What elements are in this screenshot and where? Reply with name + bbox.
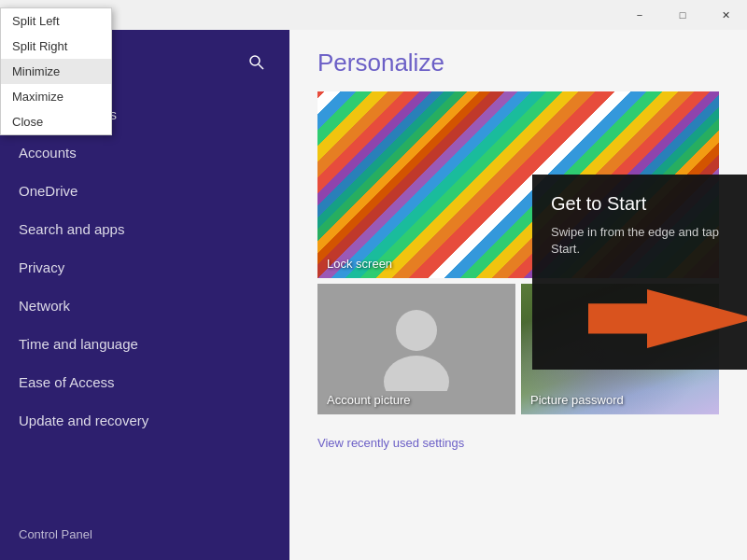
get-to-start-tooltip: Get to Start Swipe in from the edge and … — [532, 175, 747, 370]
sidebar-nav: PC and devices Accounts OneDrive Search … — [0, 95, 289, 440]
context-menu-maximize[interactable]: Maximize — [1, 84, 111, 109]
page-title: Personalize — [317, 49, 719, 77]
context-menu: Split Left Split Right Minimize Maximize… — [0, 7, 112, 135]
main-content: Personalize Lock screen Account picture … — [289, 30, 747, 560]
context-menu-split-left[interactable]: Split Left — [1, 8, 111, 34]
sidebar-item-time-language[interactable]: Time and language — [0, 325, 289, 363]
control-panel-link[interactable]: Control Panel — [19, 527, 92, 541]
view-recently-used-link[interactable]: View recently used settings — [289, 422, 747, 464]
svg-line-5 — [259, 64, 263, 69]
sidebar-item-ease-access[interactable]: Ease of Access — [0, 363, 289, 401]
search-button[interactable] — [243, 49, 271, 77]
tooltip-title: Get to Start — [551, 193, 728, 215]
tooltip-content: Get to Start Swipe in from the edge and … — [532, 175, 747, 276]
sidebar-item-accounts[interactable]: Accounts — [0, 133, 289, 172]
window-controls: − □ ✕ — [618, 0, 747, 30]
minimize-button[interactable]: − — [618, 0, 661, 30]
tile-account-picture[interactable]: Account picture — [317, 284, 515, 414]
svg-point-4 — [250, 56, 260, 65]
sidebar-item-update-recovery[interactable]: Update and recovery — [0, 401, 289, 440]
context-menu-close[interactable]: Close — [1, 109, 111, 134]
sidebar-item-network[interactable]: Network — [0, 287, 289, 325]
maximize-button[interactable]: □ — [661, 0, 704, 30]
tile-account-picture-label: Account picture — [327, 393, 411, 407]
tooltip-arrow-container — [532, 276, 747, 370]
context-menu-minimize[interactable]: Minimize — [1, 59, 111, 84]
sidebar-item-onedrive[interactable]: OneDrive — [0, 172, 289, 210]
context-menu-split-right[interactable]: Split Right — [1, 34, 111, 59]
main-header: Personalize — [289, 30, 747, 91]
sidebar-item-privacy[interactable]: Privacy — [0, 248, 289, 287]
tooltip-text: Swipe in from the edge and tap Start. — [551, 224, 728, 258]
tile-lock-screen-label: Lock screen — [327, 257, 392, 271]
sidebar-item-search-apps[interactable]: Search and apps — [0, 210, 289, 248]
svg-point-7 — [384, 356, 449, 391]
title-bar: PC settings − □ ✕ — [0, 0, 747, 30]
close-button[interactable]: ✕ — [704, 0, 747, 30]
arrow-icon — [588, 276, 747, 360]
tile-picture-password-label: Picture password — [530, 393, 624, 407]
svg-point-6 — [396, 310, 437, 351]
